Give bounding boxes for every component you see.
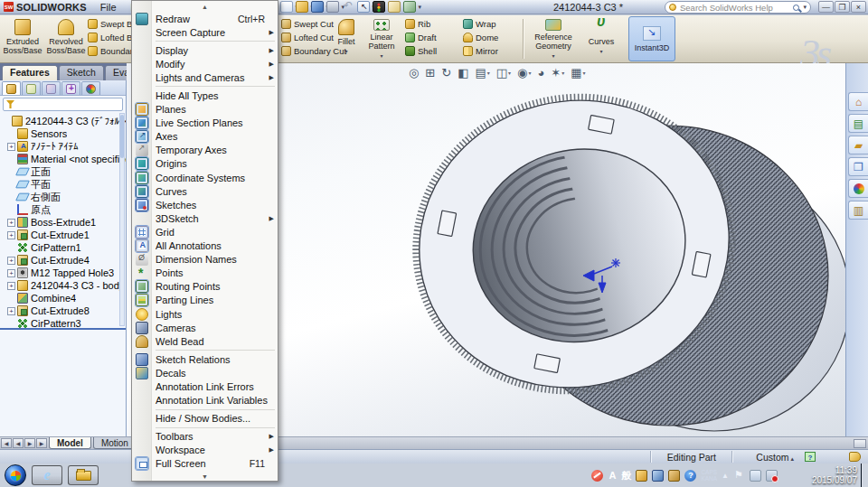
draft-button[interactable]: Draft xyxy=(405,32,437,43)
menu-item-points[interactable]: Points xyxy=(132,267,278,280)
tree-item-cut-extrude1[interactable]: +Cut-Extrude1 xyxy=(0,229,126,241)
study-nav-3[interactable]: ▶ xyxy=(36,438,47,448)
panel-scrollbar[interactable] xyxy=(119,113,125,326)
network-icon[interactable] xyxy=(750,470,761,482)
restore-button[interactable]: ❐ xyxy=(835,1,850,13)
undo-icon[interactable] xyxy=(342,1,354,13)
shell-button[interactable]: Shell xyxy=(405,45,437,57)
close-button[interactable]: × xyxy=(851,1,866,13)
tray-wallet-icon[interactable] xyxy=(668,470,680,482)
search-icon[interactable] xyxy=(793,5,799,11)
menu-item-dimension-names[interactable]: Dimension Names xyxy=(132,253,278,267)
ime-caps-kana-indicator[interactable]: CAPSKANA xyxy=(701,469,717,482)
menu-item-display[interactable]: Display▶ xyxy=(132,43,278,57)
panel-scrollbar-thumb[interactable] xyxy=(120,115,124,158)
tree-item-[interactable]: 正面 xyxy=(0,165,126,178)
menu-item-lights[interactable]: Lights xyxy=(132,307,278,321)
tree-item-m12-tapped-hole3[interactable]: +M12 Tapped Hole3 xyxy=(0,267,126,279)
linear-pattern-button[interactable]: Linear Pattern▾ xyxy=(362,17,401,61)
expand-toggle[interactable]: + xyxy=(7,219,15,227)
panel-tab-configurationmanager[interactable] xyxy=(42,81,61,95)
tree-item-cut-extrude8[interactable]: +Cut-Extrude8 xyxy=(0,304,126,317)
mirror-button[interactable]: Mirror xyxy=(463,45,498,57)
tree-item-boss-extrude1[interactable]: +Boss-Extrude1 xyxy=(0,216,126,229)
tray-pen-icon[interactable] xyxy=(652,470,664,482)
tree-item-[interactable]: 原点 xyxy=(0,203,126,216)
rib-button[interactable]: Rib xyxy=(405,18,437,30)
menu-item-grid[interactable]: Grid xyxy=(132,225,278,239)
start-button[interactable] xyxy=(5,464,26,486)
search-box[interactable]: Search SolidWorks Help ▾ xyxy=(665,1,811,14)
zoom-to-fit-icon[interactable]: ◎ xyxy=(409,66,419,80)
print-icon[interactable] xyxy=(326,1,339,13)
menu-item-origins[interactable]: Origins xyxy=(132,157,278,171)
menu-item-screen-capture[interactable]: Screen Capture▶ xyxy=(132,25,278,39)
menu-item-cameras[interactable]: Cameras xyxy=(132,321,278,334)
wrap-button[interactable]: Wrap xyxy=(463,18,498,30)
zoom-to-area-icon[interactable]: ⊞ xyxy=(425,66,435,80)
units-selector[interactable]: Custom xyxy=(756,452,794,463)
scrollbar-cap[interactable] xyxy=(854,439,866,448)
menu-item-lights-and-cameras[interactable]: Lights and Cameras▶ xyxy=(132,70,278,84)
menu-item-sketches[interactable]: Sketches xyxy=(132,198,278,211)
panel-splitter[interactable] xyxy=(0,328,126,330)
search-input[interactable]: Search SolidWorks Help xyxy=(680,3,789,13)
tree-item-[interactable]: 平面 xyxy=(0,178,126,191)
tag-icon[interactable] xyxy=(849,452,861,462)
view-orientation-icon[interactable]: ▤▾ xyxy=(475,66,489,80)
new-icon[interactable] xyxy=(280,1,293,13)
quick-tips-icon[interactable]: ? xyxy=(805,452,816,462)
study-nav-0[interactable]: ◀ xyxy=(1,438,12,448)
expand-toggle[interactable]: + xyxy=(7,269,15,277)
volume-icon[interactable] xyxy=(766,470,778,482)
show-desktop-button[interactable] xyxy=(861,464,868,487)
tray-mail-icon[interactable] xyxy=(636,470,647,482)
menu-item-planes[interactable]: Planes xyxy=(132,103,278,117)
tree-item-sensors[interactable]: Sensors xyxy=(0,127,126,140)
panel-tab-featuremanager[interactable] xyxy=(2,81,21,95)
menu-item-hide-show-bodies[interactable]: Hide / Show Bodies... xyxy=(132,412,278,426)
tree-item-material-not-specified[interactable]: Material <not specified> xyxy=(0,153,126,165)
menu-item-workspace[interactable]: Workspace▶ xyxy=(132,444,278,457)
display-style-icon[interactable]: ◫▾ xyxy=(496,66,511,80)
tab-model[interactable]: Model xyxy=(49,437,91,449)
instant3d-button[interactable]: Instant3D xyxy=(628,16,675,61)
expand-toggle[interactable]: + xyxy=(7,143,15,151)
menu-scroll-up[interactable]: ▲ xyxy=(132,1,278,12)
tray-expand-icon[interactable]: ▲ xyxy=(722,472,729,480)
tree-item-[interactable]: +ｱﾉﾃｰﾄ ｱｲﾃﾑ xyxy=(0,140,126,153)
menu-item-parting-lines[interactable]: Parting Lines xyxy=(132,294,278,307)
tree-item-2412044-3-c3-body-for-dr[interactable]: +2412044-3 C3 - body for dr xyxy=(0,279,126,292)
menubar-item-file[interactable]: File xyxy=(94,1,123,14)
action-center-icon[interactable] xyxy=(733,470,745,482)
expand-toggle[interactable]: + xyxy=(7,257,15,265)
appearances-button[interactable] xyxy=(848,179,868,198)
search-dropdown-icon[interactable]: ▾ xyxy=(803,4,807,11)
extruded-boss-base-button[interactable]: Extruded Boss/Base xyxy=(2,17,43,61)
menu-item-sketch-relations[interactable]: Sketch Relations xyxy=(132,352,278,366)
edit-appearance-icon[interactable]: ◕ xyxy=(537,66,544,80)
taskbar-file-explorer[interactable] xyxy=(68,465,99,485)
hide-show-items-icon[interactable]: ◉▾ xyxy=(517,66,531,80)
panel-tab-propertymanager[interactable] xyxy=(22,81,41,95)
expand-toggle[interactable]: + xyxy=(7,307,15,315)
view-settings-icon[interactable]: ▦▾ xyxy=(571,66,585,80)
ime-conversion-icon[interactable]: 般 xyxy=(621,470,631,482)
study-nav-1[interactable]: ◀ xyxy=(13,438,24,448)
security-shield-icon[interactable] xyxy=(591,470,603,482)
tree-item-cut-extrude4[interactable]: +Cut-Extrude4 xyxy=(0,254,126,267)
menu-item-all-annotations[interactable]: All Annotations xyxy=(132,239,278,253)
menu-scroll-down[interactable]: ▼ xyxy=(132,471,278,482)
file-explorer-button[interactable]: ▰ xyxy=(848,136,868,155)
expand-toggle[interactable]: + xyxy=(7,231,15,239)
feature-tree-filter[interactable] xyxy=(3,98,123,111)
section-view-icon[interactable]: ◧ xyxy=(458,66,468,80)
minimize-button[interactable]: — xyxy=(818,1,834,13)
tree-item-[interactable]: 右側面 xyxy=(0,191,126,203)
expand-toggle[interactable]: + xyxy=(7,282,15,290)
select-icon[interactable] xyxy=(357,1,370,13)
menu-item-temporary-axes[interactable]: Temporary Axes xyxy=(132,144,278,157)
reference-geometry-button[interactable]: Reference Geometry▾ xyxy=(528,17,579,61)
study-nav-2[interactable]: ▶ xyxy=(24,438,35,448)
revolved-boss-base-button[interactable]: Revolved Boss/Base xyxy=(45,17,87,61)
